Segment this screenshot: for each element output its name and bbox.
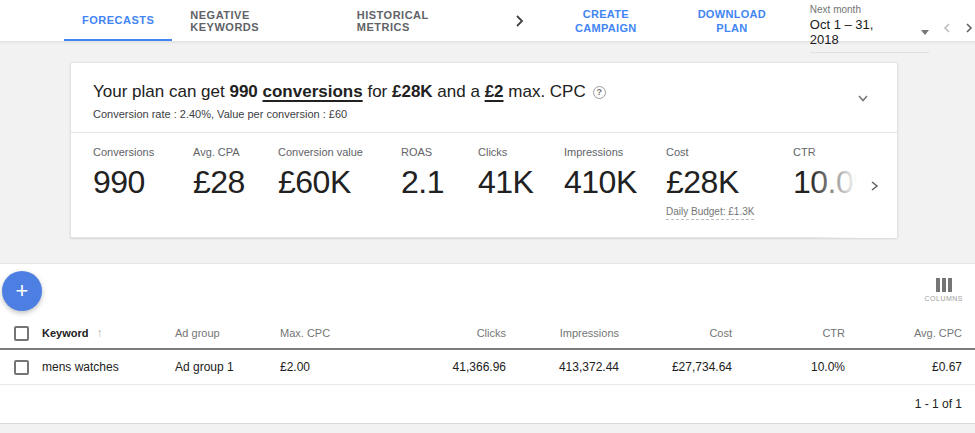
chevron-right-icon [869, 178, 881, 194]
metric-value: £28K [666, 163, 793, 201]
cell-ad-group: Ad group 1 [175, 360, 280, 374]
plan-subtitle: Conversion rate : 2.40%, Value per conve… [93, 108, 873, 120]
dropdown-caret-icon [921, 30, 929, 35]
headline-cost-value: £28K [392, 82, 433, 101]
column-header-ad-group[interactable]: Ad group [175, 327, 280, 339]
metric-label: ROAS [401, 146, 478, 158]
date-range-select[interactable]: Oct 1 – 31, 2018 [810, 17, 929, 53]
tab-negative-keywords[interactable]: NEGATIVE KEYWORDS [172, 0, 338, 41]
help-icon[interactable]: ? [593, 86, 606, 99]
metric-clicks: Clicks 41K [478, 146, 564, 238]
headline-text: and a [433, 82, 485, 101]
metric-value: 410K [564, 163, 666, 201]
cell-avg-cpc: £0.67 [850, 360, 975, 374]
tab-forecasts[interactable]: FORECASTS [64, 0, 172, 41]
scroll-metrics-right-button[interactable] [869, 133, 897, 238]
metric-conversion-value: Conversion value £60K [278, 146, 401, 238]
metrics-strip: Conversions 990 Avg. CPA £28 Conversion … [71, 133, 897, 238]
date-range-label: Next month [810, 4, 929, 15]
column-header-avg-cpc[interactable]: Avg. CPC [850, 327, 975, 339]
headline-max-cpc-value[interactable]: £2 [485, 82, 504, 101]
table-header-row: Keyword↑ Ad group Max. CPC Clicks Impres… [0, 318, 975, 350]
table-toolbar: + COLUMNS [0, 263, 975, 318]
headline-text: max. CPC [504, 82, 586, 101]
next-period-button[interactable] [963, 21, 975, 35]
forecast-summary-card: Your plan can get 990 conversions for £2… [70, 62, 898, 238]
tab-bar: FORECASTS NEGATIVE KEYWORDS HISTORICAL M… [64, 0, 526, 41]
previous-period-button[interactable] [941, 21, 953, 35]
headline-conversions-term[interactable]: conversions [263, 82, 363, 101]
metric-value: 2.1 [401, 163, 478, 201]
cell-cost: £27,734.64 [625, 360, 740, 374]
metric-value: 990 [93, 163, 193, 201]
top-actions: CREATE CAMPAIGN DOWNLOAD PLAN [568, 0, 770, 41]
metric-label: Conversion value [278, 146, 401, 158]
cell-impressions: 413,372.44 [510, 360, 625, 374]
cell-max-cpc: £2.00 [280, 360, 400, 374]
columns-button[interactable]: COLUMNS [924, 278, 963, 302]
metric-cost: Cost £28K Daily Budget: £1.3K [666, 146, 793, 238]
forecast-summary-section: Your plan can get 990 conversions for £2… [0, 42, 975, 263]
chevron-right-icon [512, 13, 526, 29]
columns-icon [936, 278, 952, 292]
metric-impressions: Impressions 410K [564, 146, 666, 238]
cell-ctr: 10.0% [740, 360, 850, 374]
keywords-table-section: + COLUMNS Keyword↑ Ad group Max. CPC Cli… [0, 263, 975, 433]
add-keywords-button[interactable]: + [2, 271, 42, 311]
headline-text: for [363, 82, 392, 101]
plus-icon: + [16, 278, 29, 304]
metric-label: Avg. CPA [193, 146, 278, 158]
metric-conversions: Conversions 990 [93, 146, 193, 238]
metric-label: Cost [666, 146, 793, 158]
metric-value: £28 [193, 163, 278, 201]
metric-roas: ROAS 2.1 [401, 146, 478, 238]
headline-text: Your plan can get [93, 82, 229, 101]
column-header-label: Keyword [42, 327, 88, 339]
row-checkbox[interactable] [14, 360, 29, 375]
top-bar: FORECASTS NEGATIVE KEYWORDS HISTORICAL M… [0, 0, 975, 42]
tab-historical-metrics[interactable]: HISTORICAL METRICS [339, 0, 502, 41]
download-plan-button[interactable]: DOWNLOAD PLAN [694, 7, 770, 35]
select-all-checkbox[interactable] [14, 326, 29, 341]
cell-keyword: mens watches [42, 360, 175, 374]
date-range-value: Oct 1 – 31, 2018 [810, 17, 905, 47]
pagination-status: 1 - 1 of 1 [0, 385, 975, 423]
sort-ascending-icon: ↑ [96, 326, 102, 340]
column-header-cost[interactable]: Cost [625, 327, 740, 339]
headline-conversions-value: 990 [229, 82, 262, 101]
metric-label: Impressions [564, 146, 666, 158]
cell-clicks: 41,366.96 [400, 360, 510, 374]
metric-value: £60K [278, 163, 401, 201]
footer-strip [0, 423, 975, 433]
metric-avg-cpa: Avg. CPA £28 [193, 146, 278, 238]
column-header-max-cpc[interactable]: Max. CPC [280, 327, 400, 339]
more-tabs-button[interactable] [512, 0, 526, 41]
create-campaign-button[interactable]: CREATE CAMPAIGN [568, 7, 644, 35]
metric-label: Conversions [93, 146, 193, 158]
collapse-card-button[interactable] [855, 91, 871, 105]
table-row[interactable]: mens watches Ad group 1 £2.00 41,366.96 … [0, 350, 975, 385]
column-header-impressions[interactable]: Impressions [510, 327, 625, 339]
metric-value: 41K [478, 163, 564, 201]
column-header-keyword[interactable]: Keyword↑ [42, 326, 175, 340]
plan-headline: Your plan can get 990 conversions for £2… [93, 82, 873, 102]
columns-button-label: COLUMNS [924, 295, 963, 302]
column-header-ctr[interactable]: CTR [740, 327, 850, 339]
chevron-down-icon [855, 91, 871, 105]
daily-budget-note[interactable]: Daily Budget: £1.3K [666, 206, 754, 220]
column-header-clicks[interactable]: Clicks [400, 327, 510, 339]
metric-label: Clicks [478, 146, 564, 158]
date-range-picker: Next month Oct 1 – 31, 2018 [810, 0, 975, 41]
